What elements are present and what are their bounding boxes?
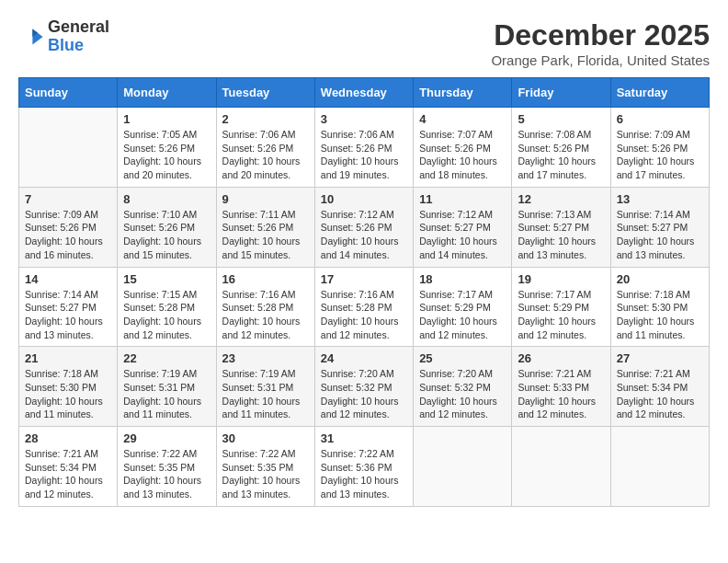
calendar-week-2: 7Sunrise: 7:09 AMSunset: 5:26 PMDaylight…: [19, 187, 710, 267]
calendar-week-1: 1Sunrise: 7:05 AMSunset: 5:26 PMDaylight…: [19, 108, 710, 188]
weekday-header-friday: Friday: [512, 78, 610, 108]
calendar-cell: 28Sunrise: 7:21 AMSunset: 5:34 PMDayligh…: [19, 427, 118, 507]
calendar-cell: 8Sunrise: 7:10 AMSunset: 5:26 PMDaylight…: [118, 187, 216, 267]
calendar-week-5: 28Sunrise: 7:21 AMSunset: 5:34 PMDayligh…: [19, 427, 710, 507]
day-info: Sunrise: 7:15 AMSunset: 5:28 PMDaylight:…: [123, 288, 210, 342]
day-info: Sunrise: 7:16 AMSunset: 5:28 PMDaylight:…: [222, 288, 309, 342]
calendar-cell: 24Sunrise: 7:20 AMSunset: 5:32 PMDayligh…: [314, 347, 413, 427]
calendar-cell: 27Sunrise: 7:21 AMSunset: 5:34 PMDayligh…: [610, 347, 709, 427]
day-number: 4: [419, 112, 506, 126]
weekday-header-sunday: Sunday: [19, 78, 118, 108]
day-number: 5: [518, 112, 604, 126]
calendar-cell: 13Sunrise: 7:14 AMSunset: 5:27 PMDayligh…: [610, 187, 709, 267]
main-title: December 2025: [491, 18, 710, 52]
day-number: 6: [617, 112, 703, 126]
calendar-cell: 25Sunrise: 7:20 AMSunset: 5:32 PMDayligh…: [414, 347, 512, 427]
logo-text: General Blue: [48, 18, 109, 55]
day-info: Sunrise: 7:10 AMSunset: 5:26 PMDaylight:…: [123, 208, 210, 262]
weekday-header-saturday: Saturday: [610, 78, 709, 108]
day-info: Sunrise: 7:14 AMSunset: 5:27 PMDaylight:…: [617, 208, 703, 262]
calendar-week-4: 21Sunrise: 7:18 AMSunset: 5:30 PMDayligh…: [19, 347, 710, 427]
day-number: 23: [222, 351, 309, 365]
calendar-cell: [512, 427, 610, 507]
day-info: Sunrise: 7:06 AMSunset: 5:26 PMDaylight:…: [321, 128, 407, 182]
calendar-cell: 21Sunrise: 7:18 AMSunset: 5:30 PMDayligh…: [19, 347, 118, 427]
calendar-cell: 3Sunrise: 7:06 AMSunset: 5:26 PMDaylight…: [314, 108, 413, 188]
day-info: Sunrise: 7:22 AMSunset: 5:35 PMDaylight:…: [222, 447, 309, 501]
day-number: 24: [321, 351, 407, 365]
day-info: Sunrise: 7:05 AMSunset: 5:26 PMDaylight:…: [123, 128, 210, 182]
calendar-cell: 22Sunrise: 7:19 AMSunset: 5:31 PMDayligh…: [118, 347, 216, 427]
calendar-cell: 23Sunrise: 7:19 AMSunset: 5:31 PMDayligh…: [216, 347, 314, 427]
day-number: 1: [123, 112, 210, 126]
day-number: 7: [25, 192, 111, 206]
day-info: Sunrise: 7:22 AMSunset: 5:35 PMDaylight:…: [123, 447, 210, 501]
day-info: Sunrise: 7:09 AMSunset: 5:26 PMDaylight:…: [617, 128, 703, 182]
calendar-cell: 7Sunrise: 7:09 AMSunset: 5:26 PMDaylight…: [19, 187, 118, 267]
logo-icon: [18, 24, 44, 50]
calendar-cell: 18Sunrise: 7:17 AMSunset: 5:29 PMDayligh…: [414, 267, 512, 347]
day-info: Sunrise: 7:14 AMSunset: 5:27 PMDaylight:…: [25, 288, 111, 342]
day-number: 29: [123, 431, 210, 445]
weekday-header-monday: Monday: [118, 78, 216, 108]
day-info: Sunrise: 7:19 AMSunset: 5:31 PMDaylight:…: [222, 367, 309, 421]
day-info: Sunrise: 7:17 AMSunset: 5:29 PMDaylight:…: [419, 288, 506, 342]
header: General Blue December 2025 Orange Park, …: [18, 18, 710, 68]
calendar-table: SundayMondayTuesdayWednesdayThursdayFrid…: [18, 77, 710, 507]
calendar-cell: 1Sunrise: 7:05 AMSunset: 5:26 PMDaylight…: [118, 108, 216, 188]
day-info: Sunrise: 7:11 AMSunset: 5:26 PMDaylight:…: [222, 208, 309, 262]
day-number: 9: [222, 192, 309, 206]
calendar-cell: [414, 427, 512, 507]
day-info: Sunrise: 7:12 AMSunset: 5:26 PMDaylight:…: [321, 208, 407, 262]
calendar-cell: 19Sunrise: 7:17 AMSunset: 5:29 PMDayligh…: [512, 267, 610, 347]
calendar-cell: 4Sunrise: 7:07 AMSunset: 5:26 PMDaylight…: [414, 108, 512, 188]
calendar-cell: 29Sunrise: 7:22 AMSunset: 5:35 PMDayligh…: [118, 427, 216, 507]
day-info: Sunrise: 7:09 AMSunset: 5:26 PMDaylight:…: [25, 208, 111, 262]
day-info: Sunrise: 7:20 AMSunset: 5:32 PMDaylight:…: [321, 367, 407, 421]
calendar-cell: 2Sunrise: 7:06 AMSunset: 5:26 PMDaylight…: [216, 108, 314, 188]
weekday-header-row: SundayMondayTuesdayWednesdayThursdayFrid…: [19, 78, 710, 108]
day-number: 2: [222, 112, 309, 126]
day-number: 11: [419, 192, 506, 206]
day-info: Sunrise: 7:16 AMSunset: 5:28 PMDaylight:…: [321, 288, 407, 342]
calendar-cell: 10Sunrise: 7:12 AMSunset: 5:26 PMDayligh…: [314, 187, 413, 267]
day-info: Sunrise: 7:18 AMSunset: 5:30 PMDaylight:…: [25, 367, 111, 421]
day-number: 13: [617, 192, 703, 206]
calendar-cell: 6Sunrise: 7:09 AMSunset: 5:26 PMDaylight…: [610, 108, 709, 188]
day-number: 22: [123, 351, 210, 365]
day-number: 14: [25, 272, 111, 286]
calendar-cell: 20Sunrise: 7:18 AMSunset: 5:30 PMDayligh…: [610, 267, 709, 347]
weekday-header-thursday: Thursday: [414, 78, 512, 108]
day-info: Sunrise: 7:21 AMSunset: 5:33 PMDaylight:…: [518, 367, 604, 421]
calendar-cell: 14Sunrise: 7:14 AMSunset: 5:27 PMDayligh…: [19, 267, 118, 347]
day-number: 30: [222, 431, 309, 445]
calendar-cell: [610, 427, 709, 507]
day-info: Sunrise: 7:17 AMSunset: 5:29 PMDaylight:…: [518, 288, 604, 342]
day-info: Sunrise: 7:19 AMSunset: 5:31 PMDaylight:…: [123, 367, 210, 421]
logo-general: General: [48, 18, 109, 37]
day-number: 16: [222, 272, 309, 286]
subtitle: Orange Park, Florida, United States: [491, 52, 710, 68]
calendar-cell: 30Sunrise: 7:22 AMSunset: 5:35 PMDayligh…: [216, 427, 314, 507]
day-number: 26: [518, 351, 604, 365]
calendar-cell: 31Sunrise: 7:22 AMSunset: 5:36 PMDayligh…: [314, 427, 413, 507]
day-info: Sunrise: 7:21 AMSunset: 5:34 PMDaylight:…: [25, 447, 111, 501]
weekday-header-tuesday: Tuesday: [216, 78, 314, 108]
calendar-cell: 5Sunrise: 7:08 AMSunset: 5:26 PMDaylight…: [512, 108, 610, 188]
calendar-cell: 16Sunrise: 7:16 AMSunset: 5:28 PMDayligh…: [216, 267, 314, 347]
day-info: Sunrise: 7:08 AMSunset: 5:26 PMDaylight:…: [518, 128, 604, 182]
logo-blue: Blue: [48, 37, 109, 55]
title-section: December 2025 Orange Park, Florida, Unit…: [491, 18, 710, 68]
day-number: 10: [321, 192, 407, 206]
day-number: 27: [617, 351, 703, 365]
calendar-cell: 17Sunrise: 7:16 AMSunset: 5:28 PMDayligh…: [314, 267, 413, 347]
day-number: 20: [617, 272, 703, 286]
day-info: Sunrise: 7:22 AMSunset: 5:36 PMDaylight:…: [321, 447, 407, 501]
day-number: 19: [518, 272, 604, 286]
day-number: 25: [419, 351, 506, 365]
day-info: Sunrise: 7:21 AMSunset: 5:34 PMDaylight:…: [617, 367, 703, 421]
day-number: 15: [123, 272, 210, 286]
calendar-cell: 15Sunrise: 7:15 AMSunset: 5:28 PMDayligh…: [118, 267, 216, 347]
day-info: Sunrise: 7:13 AMSunset: 5:27 PMDaylight:…: [518, 208, 604, 262]
day-number: 28: [25, 431, 111, 445]
